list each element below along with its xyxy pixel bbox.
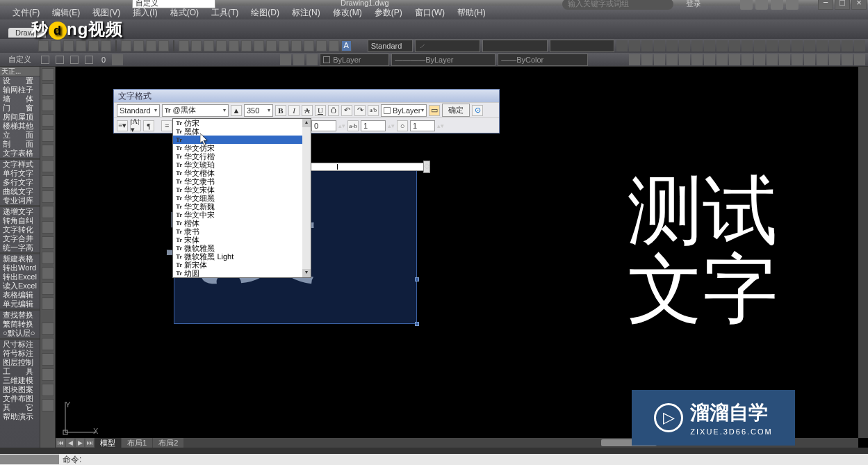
tool-icon[interactable] — [842, 54, 853, 65]
tool-icon[interactable] — [842, 40, 853, 51]
tool-icon[interactable] — [854, 54, 865, 65]
command-handle[interactable] — [0, 455, 59, 464]
vertical-scrollbar[interactable] — [858, 67, 868, 438]
columns-icon[interactable]: ≡▾ — [117, 120, 128, 131]
nav-next-icon[interactable]: ▶ — [75, 438, 85, 448]
tool-icon[interactable] — [679, 54, 690, 65]
font-option[interactable]: Tr幼圆 — [173, 269, 311, 277]
panel-item[interactable]: 统一字高 — [0, 243, 40, 252]
menu-dimension[interactable]: 标注(N) — [292, 7, 320, 19]
text-style-icon[interactable]: A — [341, 40, 352, 51]
tool-icon[interactable] — [254, 40, 264, 51]
tool-icon[interactable] — [133, 40, 144, 51]
tool-icon[interactable] — [204, 40, 214, 51]
rect-icon[interactable] — [42, 129, 54, 142]
tracking-icon[interactable]: a-b — [347, 120, 359, 131]
tool-icon[interactable] — [280, 54, 291, 65]
font-option[interactable]: Tr微软雅黑 — [173, 244, 311, 252]
menu-modify[interactable]: 修改(M) — [333, 7, 362, 19]
font-option[interactable]: Tr华文楷体 — [173, 169, 311, 177]
panel-item[interactable]: 表格编辑 — [0, 291, 40, 300]
font-option[interactable]: Tr楷体 — [173, 219, 311, 227]
panel-item[interactable]: 楼梯其他 — [0, 122, 40, 131]
menu-file[interactable]: 文件(F) — [13, 7, 40, 19]
font-dropdown-list[interactable]: Tr仿宋Tr黑体TrTr华文仿宋Tr华文行楷Tr华文琥珀Tr华文楷体Tr华文隶书… — [172, 118, 311, 278]
annotative-icon[interactable]: ▲ — [231, 105, 242, 116]
menu-edit[interactable]: 编辑(E) — [52, 7, 80, 19]
font-option[interactable]: Tr微软雅黑 Light — [173, 252, 311, 261]
tool-icon[interactable] — [42, 399, 54, 411]
tool-icon[interactable] — [691, 40, 703, 51]
italic-button[interactable]: I — [288, 105, 300, 116]
panel-item[interactable]: 三维建模 — [0, 376, 40, 385]
search-input[interactable]: 输入关键字或词组 — [562, 0, 673, 10]
tool-icon[interactable] — [641, 40, 653, 51]
text-style-combo[interactable]: Standard — [368, 40, 413, 52]
infocenter-btn[interactable] — [786, 0, 799, 10]
tool-icon[interactable] — [266, 40, 277, 51]
title-layer-combo[interactable]: 自定义 — [132, 0, 215, 8]
panel-item[interactable]: 立 面 — [0, 131, 40, 140]
tool-icon[interactable] — [854, 40, 865, 51]
menu-insert[interactable]: 插入(I) — [133, 7, 157, 19]
font-option[interactable]: Tr仿宋 — [173, 119, 311, 127]
panel-item[interactable]: 单行文字 — [0, 169, 40, 178]
menu-help[interactable]: 帮助(H) — [457, 7, 486, 19]
dropdown-scrollbar[interactable]: ▴ ▾ — [302, 119, 311, 277]
resize-handle[interactable] — [415, 277, 419, 282]
tool-icon[interactable] — [76, 40, 86, 51]
undo-button[interactable]: ↶ — [341, 105, 352, 116]
tool-icon[interactable] — [629, 54, 640, 65]
scroll-up-icon[interactable]: ▴ — [302, 119, 311, 127]
tool-icon[interactable] — [792, 54, 803, 65]
menu-tools[interactable]: 工具(T) — [211, 7, 238, 19]
style-combo[interactable]: Standard▾ — [117, 104, 160, 117]
tool-icon[interactable] — [679, 40, 690, 51]
font-option[interactable]: Tr — [173, 136, 311, 144]
strikethrough-button[interactable]: A — [302, 105, 313, 116]
menu-draw[interactable]: 绘图(D) — [251, 7, 279, 19]
panel-item[interactable]: 递增文字 — [0, 207, 40, 216]
tool-icon[interactable] — [616, 40, 628, 51]
menu-format[interactable]: 格式(O) — [170, 7, 199, 19]
tool-icon[interactable] — [666, 40, 678, 51]
tool-icon[interactable] — [804, 40, 815, 51]
command-line[interactable]: 命令: — [0, 454, 868, 465]
tool-icon[interactable] — [316, 40, 327, 51]
tool-icon[interactable] — [742, 54, 753, 65]
point-icon[interactable] — [42, 190, 54, 203]
redo-button[interactable]: ↷ — [354, 105, 366, 116]
underline-button[interactable]: U — [315, 105, 326, 116]
checkbox[interactable] — [85, 56, 93, 64]
maximize-button[interactable]: □ — [835, 0, 850, 10]
font-option[interactable]: Tr黑体 — [173, 127, 311, 136]
tool-icon[interactable] — [42, 252, 54, 264]
stack-button[interactable]: a/b — [368, 105, 379, 116]
tracking-input[interactable] — [361, 120, 386, 131]
width-input[interactable] — [410, 120, 435, 131]
tool-icon[interactable] — [191, 40, 202, 51]
panel-item[interactable]: 曲线文字 — [0, 187, 40, 196]
font-option[interactable]: Tr华文新魏 — [173, 202, 311, 211]
font-option[interactable]: Tr新宋体 — [173, 261, 311, 269]
panel-item[interactable]: 轴网柱子 — [0, 85, 40, 95]
panel-item[interactable]: 读入Excel — [0, 282, 40, 291]
tool-icon[interactable] — [792, 40, 803, 51]
panel-header[interactable]: 天正... — [0, 67, 40, 76]
size-combo[interactable]: 350▾ — [244, 104, 273, 117]
tool-icon[interactable] — [279, 40, 289, 51]
polyline-icon[interactable] — [42, 83, 54, 96]
menu-view[interactable]: 视图(V) — [92, 7, 120, 19]
tool-icon[interactable] — [817, 40, 828, 51]
panel-item[interactable]: 文字样式 — [0, 160, 40, 169]
tool-icon[interactable] — [51, 40, 61, 51]
bold-button[interactable]: B — [275, 105, 286, 116]
tool-icon[interactable] — [716, 54, 728, 65]
line-icon[interactable] — [42, 68, 54, 81]
panel-item[interactable]: 图层控制 — [0, 358, 40, 367]
paragraph-icon[interactable]: ¶ — [143, 120, 154, 131]
infocenter-btn[interactable] — [740, 0, 753, 10]
justify-icon[interactable]: |A|▾ — [130, 120, 141, 131]
resize-handle[interactable] — [415, 322, 419, 326]
panel-item[interactable]: 房间屋顶 — [0, 113, 40, 122]
